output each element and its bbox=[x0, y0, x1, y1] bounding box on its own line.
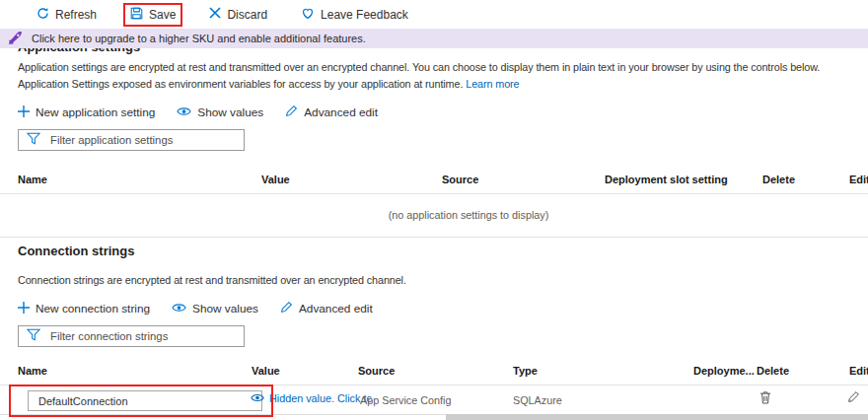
column-edit: Edit bbox=[849, 365, 868, 377]
eye-icon bbox=[172, 302, 186, 315]
new-application-setting-label: New application setting bbox=[36, 105, 155, 119]
application-settings-heading-clipped: Application settings bbox=[18, 48, 140, 56]
filter-connection-strings-input[interactable] bbox=[48, 329, 244, 343]
refresh-label: Refresh bbox=[55, 8, 97, 22]
connection-name-input[interactable] bbox=[28, 390, 262, 411]
learn-more-link[interactable]: Learn more bbox=[466, 78, 519, 90]
connection-strings-heading: Connection strings bbox=[18, 244, 134, 258]
application-settings-heading: Application settings bbox=[18, 48, 140, 55]
save-button[interactable]: Save bbox=[123, 3, 182, 27]
new-connection-string-button[interactable]: New connection string bbox=[18, 302, 150, 316]
command-toolbar: Refresh Save Discard Leave Feedback bbox=[0, 0, 868, 29]
plus-icon bbox=[18, 302, 30, 316]
pencil-icon bbox=[847, 391, 860, 406]
column-deployment-slot-setting: Deployment slot setting bbox=[605, 174, 728, 185]
funnel-icon bbox=[27, 131, 40, 149]
trash-icon bbox=[760, 392, 771, 407]
pencil-icon bbox=[285, 105, 298, 120]
section-divider bbox=[0, 237, 868, 238]
new-connection-string-label: New connection string bbox=[36, 302, 150, 315]
column-source: Source bbox=[358, 365, 395, 377]
application-settings-table-header: Name Value Source Deployment slot settin… bbox=[0, 170, 868, 194]
leave-feedback-button[interactable]: Leave Feedback bbox=[294, 3, 415, 27]
advanced-edit-button-cs[interactable]: Advanced edit bbox=[280, 301, 373, 316]
upgrade-sku-banner[interactable]: Click here to upgrade to a higher SKU an… bbox=[0, 29, 868, 48]
save-icon bbox=[130, 7, 143, 23]
column-source: Source bbox=[442, 174, 478, 185]
new-application-setting-button[interactable]: New application setting bbox=[18, 105, 155, 120]
advanced-edit-button-app[interactable]: Advanced edit bbox=[285, 105, 378, 120]
advanced-edit-label-app: Advanced edit bbox=[304, 105, 378, 119]
show-values-label-cs: Show values bbox=[192, 302, 258, 315]
column-type: Type bbox=[513, 365, 538, 377]
discard-label: Discard bbox=[227, 8, 267, 22]
application-settings-description: Application settings are encrypted at re… bbox=[18, 59, 864, 94]
column-name: Name bbox=[18, 174, 47, 185]
leave-feedback-label: Leave Feedback bbox=[321, 8, 408, 22]
discard-button[interactable]: Discard bbox=[202, 3, 274, 26]
column-deployment-truncated: Deployme... bbox=[693, 365, 755, 377]
refresh-button[interactable]: Refresh bbox=[30, 3, 104, 27]
hidden-value-label: Hidden value. Click tc bbox=[269, 392, 372, 404]
filter-connection-strings-box bbox=[18, 325, 245, 347]
application-settings-description-text: Application settings are encrypted at re… bbox=[18, 61, 820, 90]
show-values-button-cs[interactable]: Show values bbox=[172, 302, 258, 315]
funnel-icon bbox=[27, 327, 40, 345]
column-delete: Delete bbox=[757, 365, 789, 377]
show-values-label-app: Show values bbox=[197, 105, 263, 119]
save-label: Save bbox=[149, 8, 176, 22]
connection-source-cell: App Service Config bbox=[360, 394, 451, 406]
close-icon bbox=[209, 7, 221, 22]
column-name: Name bbox=[18, 365, 47, 377]
app-service-configuration-page: Refresh Save Discard Leave Feedback Clic… bbox=[0, 0, 868, 420]
delete-connection-button[interactable] bbox=[760, 390, 771, 407]
eye-icon bbox=[251, 392, 264, 404]
upgrade-banner-text: Click here to upgrade to a higher SKU an… bbox=[32, 33, 366, 44]
connection-strings-table-header: Name Value Source Type Deployme... Delet… bbox=[0, 361, 868, 385]
advanced-edit-label-cs: Advanced edit bbox=[299, 302, 373, 315]
pencil-icon bbox=[280, 301, 293, 316]
plus-icon bbox=[18, 105, 30, 120]
column-delete: Delete bbox=[762, 174, 795, 185]
connection-type-cell: SQLAzure bbox=[513, 394, 562, 406]
connection-strings-description: Connection strings are encrypted at rest… bbox=[18, 272, 864, 289]
filter-application-settings-box bbox=[18, 129, 245, 151]
application-settings-commands: New application setting Show values Adva… bbox=[18, 105, 378, 120]
refresh-icon bbox=[36, 7, 49, 23]
no-application-settings-message: (no application settings to display) bbox=[0, 209, 868, 221]
eye-icon bbox=[177, 105, 191, 119]
column-value: Value bbox=[261, 174, 290, 185]
column-value: Value bbox=[252, 365, 280, 377]
edit-connection-button[interactable] bbox=[847, 390, 860, 406]
horizontal-scrollbar[interactable] bbox=[446, 414, 868, 420]
filter-application-settings-input[interactable] bbox=[48, 133, 244, 147]
hidden-value-link[interactable]: Hidden value. Click tc bbox=[251, 392, 372, 404]
connection-strings-commands: New connection string Show values Advanc… bbox=[18, 301, 373, 316]
heart-icon bbox=[301, 7, 315, 23]
rocket-icon bbox=[8, 31, 23, 47]
connection-string-row: Hidden value. Click tc App Service Confi… bbox=[0, 385, 868, 415]
show-values-button-app[interactable]: Show values bbox=[177, 105, 263, 119]
column-edit: Edit bbox=[849, 174, 868, 185]
